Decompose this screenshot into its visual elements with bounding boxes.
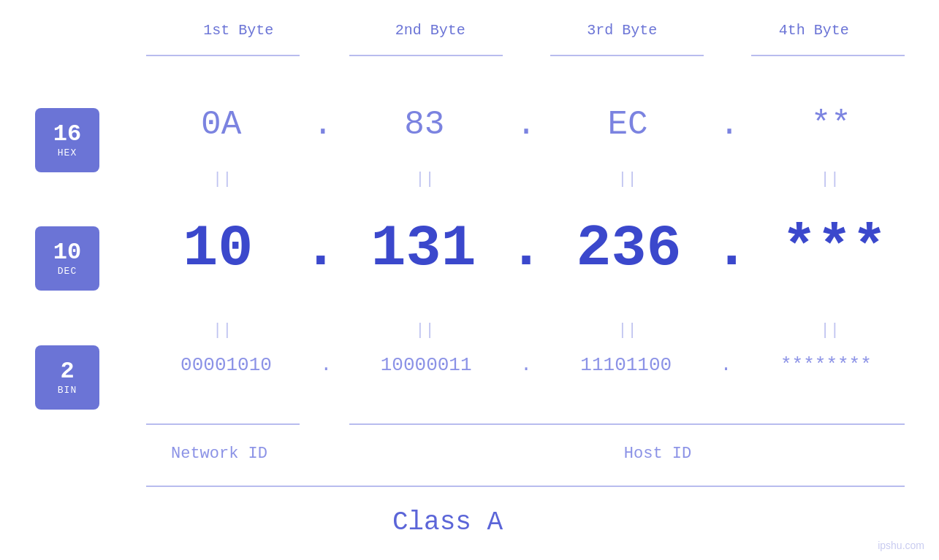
dec-badge-label: DEC (58, 266, 77, 277)
bin-badge-number: 2 (60, 360, 74, 383)
hex-val4: ** (765, 106, 897, 144)
hex-row: 0A . 83 . EC . ** (142, 106, 910, 144)
bin-val4: ******** (753, 354, 899, 376)
bin-val3: 11101100 (553, 354, 699, 376)
bracket-top-4 (751, 55, 905, 56)
eq1-cell3: || (562, 170, 693, 188)
class-label: Class A (0, 507, 895, 537)
watermark: ipshu.com (878, 540, 924, 551)
bin-val2: 10000011 (353, 354, 499, 376)
equals-row-1: || || || || (142, 170, 910, 188)
equals-row-2: || || || || (142, 321, 910, 340)
bin-dot2: . (520, 354, 532, 376)
bracket-top-2 (349, 55, 503, 56)
eq1-cell4: || (764, 170, 896, 188)
header-byte2: 2nd Byte (335, 22, 527, 39)
hex-badge-label: HEX (58, 147, 77, 158)
bracket-top-1 (146, 55, 300, 56)
dec-row: 10 . 131 . 236 . *** (142, 215, 910, 282)
bin-dot1: . (321, 354, 332, 376)
hex-val1: 0A (156, 106, 287, 144)
dec-val1: 10 (152, 215, 284, 282)
dec-val3: 236 (563, 215, 695, 282)
eq1-cell1: || (156, 170, 288, 188)
eq2-cell3: || (562, 321, 693, 340)
hex-dot3: . (719, 106, 740, 144)
bin-row: 00001010 . 10000011 . 11101100 . *******… (142, 354, 910, 376)
eq1-cell2: || (359, 170, 490, 188)
dec-val4: *** (769, 215, 900, 282)
dec-val2: 131 (357, 215, 489, 282)
dec-badge-number: 10 (53, 241, 81, 264)
eq2-cell1: || (156, 321, 288, 340)
bracket-big-bottom (146, 486, 905, 487)
dec-badge: 10 DEC (35, 226, 99, 291)
main-container: 16 HEX 10 DEC 2 BIN 1st Byte 2nd Byte 3r… (0, 0, 939, 560)
network-id-label: Network ID (171, 445, 267, 463)
dec-dot3: . (714, 215, 749, 282)
header-byte4: 4th Byte (718, 22, 911, 39)
header-byte3: 3rd Byte (526, 22, 718, 39)
bracket-bottom-2 (349, 423, 905, 425)
header-byte1: 1st Byte (142, 22, 335, 39)
bin-val1: 00001010 (153, 354, 300, 376)
bracket-bottom-1 (146, 423, 300, 425)
hex-badge: 16 HEX (35, 108, 99, 172)
bracket-top-3 (550, 55, 704, 56)
hex-dot2: . (516, 106, 536, 144)
bin-badge: 2 BIN (35, 345, 99, 410)
hex-val3: EC (562, 106, 693, 144)
hex-badge-number: 16 (53, 123, 81, 146)
hex-val2: 83 (359, 106, 490, 144)
eq2-cell4: || (764, 321, 896, 340)
host-id-label: Host ID (548, 445, 767, 463)
bin-badge-label: BIN (58, 385, 77, 396)
dec-dot2: . (509, 215, 544, 282)
eq2-cell2: || (359, 321, 490, 340)
hex-dot1: . (313, 106, 333, 144)
column-headers: 1st Byte 2nd Byte 3rd Byte 4th Byte (142, 22, 910, 39)
bin-dot3: . (721, 354, 732, 376)
dec-dot1: . (303, 215, 338, 282)
